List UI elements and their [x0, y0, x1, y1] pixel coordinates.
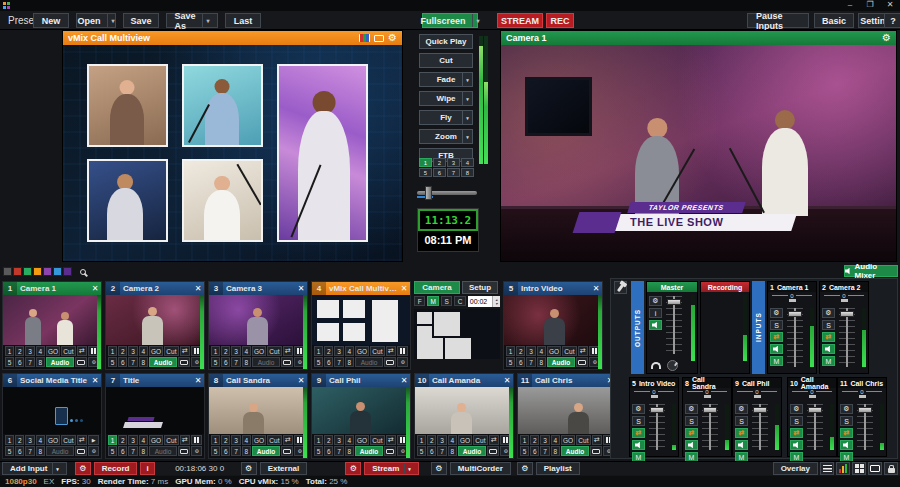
channel-gain-handle[interactable] [704, 395, 711, 398]
go-button[interactable]: GO [355, 346, 369, 356]
bus-assign-icon[interactable]: ⇄ [632, 428, 645, 438]
overlay-1-button[interactable]: 1 [108, 435, 117, 445]
record-settings-gear-icon[interactable]: ⚙ [75, 462, 91, 475]
overlay-2-button[interactable]: 2 [530, 435, 539, 445]
loop-transition-icon[interactable]: ⇄ [77, 346, 88, 356]
go-button[interactable]: GO [458, 435, 472, 445]
open-button[interactable]: Open▾ [76, 13, 116, 28]
overlay-7-button[interactable]: 7 [540, 446, 549, 456]
overlay-6-button[interactable]: 6 [324, 446, 333, 456]
overlay-4-button[interactable]: 4 [242, 435, 251, 445]
stinger-8-button[interactable]: 8 [461, 168, 474, 177]
master-assign-button[interactable]: M [770, 356, 783, 366]
overlay-5-button[interactable]: 5 [5, 357, 14, 367]
playlist-settings-gear-icon[interactable]: ⚙ [517, 462, 533, 475]
fade-transition-button[interactable]: Fade▾ [419, 72, 473, 87]
close-icon[interactable]: ✕ [590, 284, 602, 293]
overlay-7-button[interactable]: 7 [231, 357, 240, 367]
spinner-icon[interactable]: ▴▾ [492, 296, 500, 307]
gear-icon[interactable]: ⚙ [397, 357, 408, 367]
master-fader-handle[interactable] [667, 299, 681, 305]
overlay-7-button[interactable]: 7 [25, 446, 34, 456]
loop-transition-icon[interactable]: ⇄ [578, 346, 589, 356]
cut-button[interactable]: Cut [370, 435, 384, 445]
cut-button[interactable]: Cut [576, 435, 590, 445]
cut-button[interactable]: Cut [61, 346, 75, 356]
rec-indicator-button[interactable]: REC [546, 13, 574, 28]
playlist-button[interactable]: Playlist [536, 462, 580, 475]
overlay-1-button[interactable]: 1 [506, 346, 515, 356]
overlay-5-button[interactable]: 5 [520, 446, 529, 456]
mixer-channel-header[interactable]: 10Call Amanda [788, 378, 836, 388]
speaker-mute-button[interactable] [822, 344, 835, 354]
speaker-mute-button[interactable] [632, 440, 645, 450]
overlay-2-button[interactable]: 2 [118, 435, 127, 445]
wipe-transition-button[interactable]: Wipe▾ [419, 91, 473, 106]
cut-button[interactable]: Cut [267, 346, 281, 356]
overlay-7-button[interactable]: 7 [231, 446, 240, 456]
overlay-3-button[interactable]: 3 [128, 435, 137, 445]
go-button[interactable]: GO [149, 346, 163, 356]
overlay-5-button[interactable]: 5 [506, 357, 515, 367]
preview-video[interactable] [63, 45, 402, 261]
audio-toggle-button[interactable]: Audio [149, 357, 178, 367]
input-thumbnail[interactable] [504, 295, 602, 345]
chevron-down-icon[interactable]: ▾ [404, 463, 411, 474]
loop-transition-icon[interactable]: ⇄ [283, 435, 294, 445]
mixer-channel-header[interactable]: 5Intro Video [630, 378, 678, 388]
overlay-4-button[interactable]: 4 [448, 435, 457, 445]
stream-indicator-button[interactable]: STREAM [497, 13, 543, 28]
category-swatch-orange[interactable] [33, 267, 42, 276]
maximize-button[interactable]: ❐ [860, 0, 880, 11]
overlay-8-button[interactable]: 8 [448, 446, 457, 456]
basic-button[interactable]: Basic [814, 13, 854, 28]
overlay-2-button[interactable]: 2 [324, 346, 333, 356]
overlay-3-button[interactable]: 3 [334, 346, 343, 356]
overlay-2-button[interactable]: 2 [118, 346, 127, 356]
external-button[interactable]: External [260, 462, 308, 475]
audio-toggle-button[interactable]: Audio [355, 357, 384, 367]
overlay-7-button[interactable]: 7 [334, 357, 343, 367]
fullscreen-monitor-icon[interactable] [868, 462, 882, 475]
audio-mixer-button[interactable]: Audio Mixer [844, 265, 898, 277]
headphone-volume-knob[interactable] [667, 360, 678, 371]
cut-button[interactable]: Cut [164, 435, 178, 445]
fullscreen-output-icon[interactable] [384, 357, 396, 367]
quick-play-button[interactable]: Quick Play [419, 34, 473, 49]
multicorder-settings-gear-icon[interactable]: ⚙ [431, 462, 447, 475]
overlay-8-button[interactable]: 8 [345, 357, 354, 367]
fullscreen-output-icon[interactable] [384, 446, 396, 456]
loop-transition-icon[interactable]: ⇄ [180, 435, 191, 445]
cut-button[interactable]: Cut [473, 435, 487, 445]
overlay-4-button[interactable]: 4 [139, 435, 148, 445]
overlay-1-button[interactable]: 1 [5, 435, 14, 445]
overlay-5-button[interactable]: 5 [417, 446, 426, 456]
overlay-6-button[interactable]: 6 [530, 446, 539, 456]
solo-button[interactable]: S [632, 416, 645, 426]
input-header[interactable]: 9Call Phil✕ [312, 374, 410, 387]
close-icon[interactable]: ✕ [398, 376, 410, 385]
gear-icon[interactable]: ⚙ [388, 33, 397, 43]
overlay-1-button[interactable]: 1 [5, 346, 14, 356]
speaker-mute-button[interactable] [840, 440, 853, 450]
gear-icon[interactable]: ⚙ [735, 404, 748, 414]
chevron-down-icon[interactable]: ▾ [462, 130, 472, 143]
add-input-button[interactable]: Add Input▾ [2, 462, 67, 475]
overlay-8-button[interactable]: 8 [537, 357, 546, 367]
mixer-channel-header[interactable]: 8Call Sandra [683, 378, 731, 388]
preview-titlebar[interactable]: vMix Call Multiview ⚙ [63, 31, 402, 45]
go-button[interactable]: GO [252, 435, 266, 445]
overlay-1-button[interactable]: 1 [314, 346, 323, 356]
close-icon[interactable]: ✕ [192, 284, 204, 293]
stinger-7-button[interactable]: 7 [447, 168, 460, 177]
gear-icon[interactable]: ⚙ [88, 446, 99, 456]
audio-toggle-button[interactable]: Audio [561, 446, 590, 456]
overlay-3-button[interactable]: 3 [437, 435, 446, 445]
channel-fader-handle[interactable] [858, 407, 872, 413]
overlay-1-button[interactable]: 1 [417, 435, 426, 445]
gear-icon[interactable]: ⚙ [685, 404, 698, 414]
overlay-1-button[interactable]: 1 [211, 435, 220, 445]
call-mode-m-button[interactable]: M [427, 296, 438, 306]
overlay-7-button[interactable]: 7 [334, 446, 343, 456]
channel-gain-handle[interactable] [841, 299, 848, 302]
